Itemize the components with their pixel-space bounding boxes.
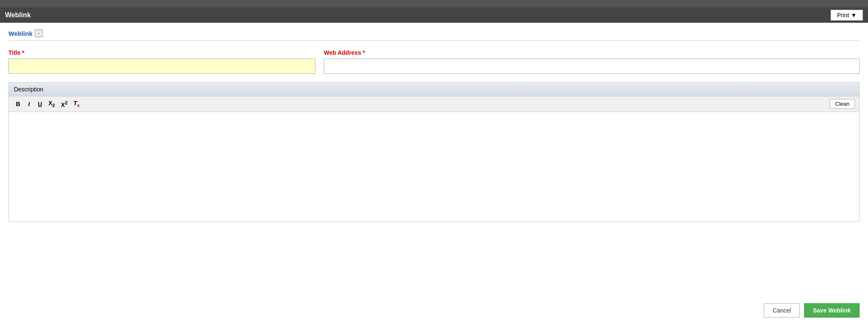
- title-label: Title *: [8, 49, 315, 56]
- italic-button[interactable]: I: [24, 100, 34, 108]
- description-header: Description: [9, 83, 859, 96]
- title-field: Title *: [8, 49, 315, 74]
- tx-icon: Tx: [74, 100, 80, 108]
- window-title: Weblink: [5, 11, 31, 19]
- subscript-button[interactable]: X2: [46, 99, 58, 109]
- collapse-button[interactable]: -: [35, 29, 42, 37]
- window-header: Weblink Print ▼: [0, 8, 868, 23]
- subscript-label: X2: [48, 100, 55, 108]
- section-title: Weblink: [8, 30, 32, 37]
- print-button[interactable]: Print ▼: [831, 10, 863, 21]
- tx-red-x: x: [77, 103, 79, 108]
- clean-button[interactable]: Clean: [830, 99, 855, 109]
- underline-button[interactable]: U: [35, 100, 45, 108]
- description-section: Description B I U X2 X2 Tx Clean: [8, 82, 860, 222]
- web-address-label: Web Address *: [324, 49, 860, 56]
- web-address-field: Web Address *: [324, 49, 860, 74]
- top-bar: [0, 0, 868, 8]
- clear-format-button[interactable]: Tx: [71, 99, 82, 109]
- superscript-label: X2: [61, 100, 68, 108]
- web-address-input[interactable]: [324, 59, 860, 74]
- superscript-suffix: 2: [65, 100, 67, 105]
- save-button[interactable]: Save Weblink: [804, 303, 860, 318]
- cancel-button[interactable]: Cancel: [764, 303, 800, 318]
- section-header: Weblink -: [8, 29, 860, 41]
- superscript-button[interactable]: X2: [58, 99, 70, 109]
- footer-buttons: Cancel Save Weblink: [755, 299, 868, 322]
- main-content: Weblink - Title * Web Address * Descript…: [0, 23, 868, 326]
- bold-button[interactable]: B: [13, 100, 23, 108]
- subscript-suffix: 2: [52, 102, 55, 108]
- form-row: Title * Web Address *: [8, 49, 860, 74]
- description-editor[interactable]: [9, 112, 859, 222]
- editor-toolbar: B I U X2 X2 Tx Clean: [9, 96, 859, 112]
- title-input[interactable]: [8, 59, 315, 74]
